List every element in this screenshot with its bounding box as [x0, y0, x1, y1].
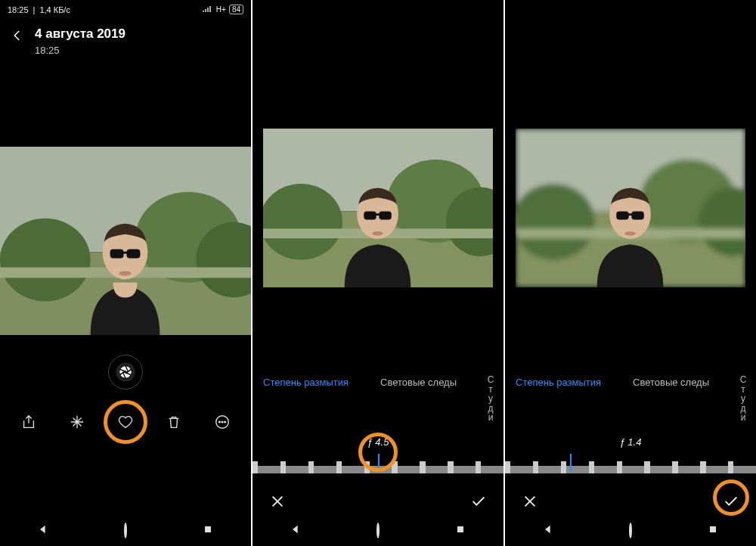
- photo[interactable]: [505, 129, 756, 287]
- blur-editor-panel-b: Степень размытия Световые следы Студи ƒ …: [503, 0, 756, 546]
- svg-point-14: [218, 421, 220, 423]
- confirm-icon[interactable]: [470, 493, 487, 513]
- tab-blur[interactable]: Степень размытия: [260, 375, 352, 389]
- svg-rect-8: [126, 250, 140, 259]
- photo[interactable]: [253, 129, 503, 287]
- svg-rect-25: [364, 212, 376, 220]
- favorite-icon[interactable]: [117, 414, 134, 433]
- svg-point-2: [0, 219, 91, 302]
- tab-blur[interactable]: Степень размытия: [513, 375, 604, 389]
- signal-icon: [203, 5, 213, 14]
- svg-rect-41: [710, 526, 716, 532]
- aperture-slider[interactable]: [505, 452, 756, 479]
- status-time: 18:25: [8, 5, 29, 14]
- svg-rect-38: [631, 212, 643, 220]
- nav-home-icon[interactable]: [376, 524, 380, 538]
- photo-time: 18:25: [35, 45, 125, 56]
- svg-rect-26: [379, 212, 391, 220]
- nav-back-icon[interactable]: [542, 523, 554, 538]
- svg-point-16: [225, 421, 226, 423]
- svg-rect-17: [205, 526, 211, 532]
- nav-back-icon[interactable]: [37, 523, 49, 538]
- svg-point-32: [516, 184, 595, 259]
- nav-recent-icon[interactable]: [202, 523, 214, 538]
- back-icon[interactable]: [11, 26, 24, 45]
- svg-rect-27: [375, 213, 380, 216]
- tab-studio[interactable]: Студи: [738, 375, 748, 423]
- nav-recent-icon[interactable]: [707, 523, 719, 538]
- gallery-view-panel: 18:25 | 1,4 КБ/с H+ 84 4 августа 2019 18…: [0, 0, 251, 546]
- svg-rect-7: [110, 250, 124, 259]
- editor-tabs: Степень размытия Световые следы Студи: [505, 375, 756, 423]
- cancel-icon[interactable]: [269, 493, 286, 513]
- more-icon[interactable]: [214, 414, 231, 433]
- svg-point-10: [119, 271, 132, 275]
- nav-bar: [0, 516, 251, 546]
- confirm-icon[interactable]: [723, 493, 739, 513]
- status-net: H+: [216, 5, 226, 14]
- svg-rect-39: [627, 213, 633, 216]
- svg-point-20: [263, 184, 342, 259]
- battery-icon: 84: [229, 5, 243, 14]
- aperture-slider[interactable]: [253, 452, 503, 479]
- svg-rect-9: [122, 252, 129, 254]
- tab-light-trails[interactable]: Световые следы: [377, 375, 460, 389]
- svg-rect-37: [616, 212, 628, 220]
- photo-date: 4 августа 2019: [35, 26, 125, 42]
- delete-icon[interactable]: [166, 414, 182, 433]
- nav-bar: [253, 516, 503, 546]
- nav-home-icon[interactable]: [629, 524, 632, 538]
- status-speed: 1,4 КБ/с: [39, 5, 70, 14]
- effects-icon[interactable]: [69, 414, 85, 433]
- header: 4 августа 2019 18:25: [0, 16, 251, 62]
- fstop-value: ƒ 4.5: [253, 436, 503, 448]
- photo[interactable]: [0, 147, 251, 335]
- nav-recent-icon[interactable]: [454, 523, 466, 538]
- aperture-edit-button[interactable]: [108, 355, 143, 389]
- nav-bar: [505, 516, 756, 546]
- status-divider: |: [33, 5, 36, 14]
- svg-rect-29: [457, 526, 463, 532]
- tab-light-trails[interactable]: Световые следы: [630, 375, 712, 389]
- share-icon[interactable]: [20, 414, 37, 433]
- svg-point-40: [624, 231, 636, 235]
- nav-back-icon[interactable]: [290, 523, 302, 538]
- blur-editor-panel-a: Степень размытия Световые следы Студи ƒ …: [251, 0, 503, 546]
- svg-point-28: [372, 231, 383, 235]
- editor-tabs: Степень размытия Световые следы Студи: [253, 375, 503, 423]
- status-bar: 18:25 | 1,4 КБ/с H+ 84: [0, 0, 251, 16]
- tab-studio[interactable]: Студи: [485, 375, 496, 423]
- action-bar: [0, 403, 251, 438]
- fstop-value: ƒ 1.4: [505, 436, 756, 448]
- cancel-icon[interactable]: [522, 493, 538, 513]
- nav-home-icon[interactable]: [124, 524, 127, 538]
- svg-point-15: [222, 421, 223, 423]
